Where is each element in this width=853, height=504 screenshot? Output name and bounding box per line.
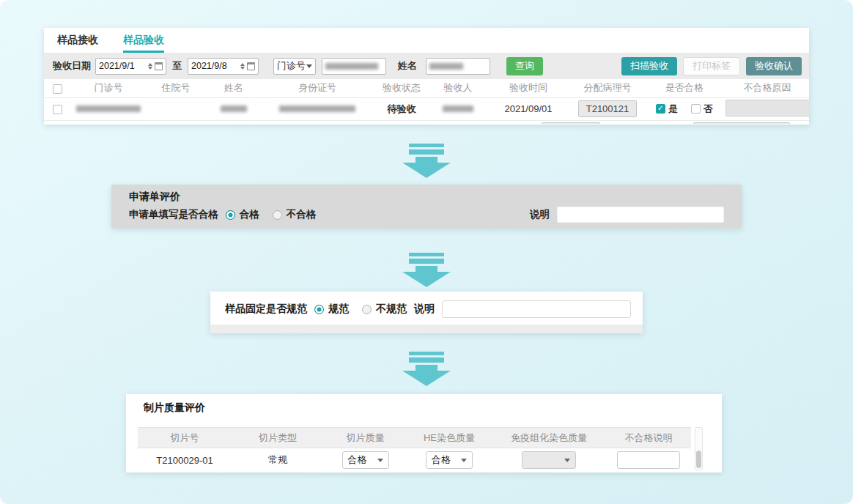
ihc-stain-quality-select	[522, 451, 576, 469]
note-label: 说明	[414, 303, 435, 316]
acceptance-table: 门诊号 住院号 姓名 身份证号 验收状态 验收人 验收时间 分配病理号 是否合格…	[44, 79, 809, 120]
unqualified-note-input[interactable]	[617, 451, 680, 469]
sample-fixation-panel: 样品固定是否规范 规范 不规范 说明	[210, 292, 643, 333]
redacted-value	[429, 63, 463, 70]
fail-radio-label[interactable]: 不合格	[287, 208, 317, 221]
filter-bar: 验收日期 2021/9/1 至 2021/9/8 门诊号	[44, 53, 809, 79]
accept-time: 2021/09/01	[485, 97, 572, 120]
col-header: 门诊号	[70, 79, 147, 97]
table-row[interactable]: 待验收 2021/09/01 T2100121 是 否	[44, 97, 809, 120]
standard-radio-label[interactable]: 规范	[328, 303, 349, 316]
date-spinner-icon[interactable]	[240, 63, 245, 70]
date-to-label: 至	[172, 59, 182, 73]
col-header: 验收人	[431, 79, 485, 97]
flow-arrow-down-icon	[402, 352, 451, 386]
row-checkbox[interactable]	[53, 105, 62, 114]
redacted-value	[325, 63, 378, 70]
standard-radio[interactable]	[314, 305, 324, 314]
accept-status: 待验收	[372, 97, 431, 120]
qualified-yes-label: 是	[668, 103, 678, 116]
question-label: 样品固定是否规范	[225, 303, 307, 316]
date-spinner-icon[interactable]	[148, 63, 152, 70]
col-header: 是否合格	[643, 79, 725, 97]
name-input[interactable]	[426, 58, 490, 75]
scrollbar-thumb[interactable]	[696, 451, 701, 468]
col-header: HE染色质量	[407, 428, 492, 448]
redacted-value	[221, 105, 247, 112]
slide-quality-table: 切片号 切片类型 切片质量 HE染色质量 免疫组化染色质量 不合格说明 T210…	[138, 427, 691, 472]
tab-sample-receive[interactable]: 样品接收	[57, 28, 98, 53]
redacted-value	[279, 105, 355, 112]
flow-arrow-down-icon	[402, 144, 451, 178]
flow-arrow-down-icon	[402, 253, 451, 287]
col-header: 住院号	[147, 79, 205, 97]
slice-type: 常规	[232, 448, 324, 472]
qualified-no-label: 否	[704, 103, 713, 116]
unqualified-reason-input	[725, 100, 809, 116]
panel-footer-strip	[210, 325, 643, 333]
qualified-no-checkbox[interactable]	[691, 104, 701, 114]
print-label-button[interactable]: 打印标签	[683, 57, 740, 75]
col-header: 分配病理号	[572, 79, 643, 97]
query-button[interactable]: 查询	[506, 57, 543, 75]
scan-accept-button[interactable]: 扫描验收	[621, 57, 677, 75]
date-from-value: 2021/9/1	[99, 61, 135, 71]
col-header: 切片质量	[324, 428, 407, 448]
clipped-next-row	[44, 120, 809, 124]
col-header: 切片类型	[232, 428, 324, 448]
calendar-icon[interactable]	[155, 62, 163, 70]
table-header-row: 切片号 切片类型 切片质量 HE染色质量 免疫组化染色质量 不合格说明	[138, 428, 691, 448]
search-type-value: 门诊号	[277, 59, 306, 73]
question-label: 申请单填写是否合格	[129, 208, 218, 221]
pass-radio-label[interactable]: 合格	[240, 208, 259, 221]
redacted-value	[76, 105, 141, 112]
panel-title: 申请单评价	[129, 190, 724, 204]
chevron-down-icon	[377, 459, 383, 462]
chevron-down-icon	[564, 459, 570, 462]
date-to-input[interactable]: 2021/9/8	[188, 58, 259, 75]
he-stain-quality-value: 合格	[432, 453, 451, 467]
visit-no-input[interactable]	[322, 58, 386, 75]
slice-quality-select[interactable]: 合格	[342, 451, 389, 469]
col-header: 切片号	[138, 428, 232, 448]
slice-no: T2100029-01	[138, 448, 232, 472]
note-input[interactable]	[442, 300, 631, 318]
date-to-value: 2021/9/8	[191, 61, 227, 71]
col-header: 验收状态	[372, 79, 431, 97]
col-header: 不合格原因	[725, 79, 809, 97]
sample-acceptance-panel: 样品接收 样品验收 验收日期 2021/9/1 至 2021/9/8	[44, 28, 809, 125]
page-background: 样品接收 样品验收 验收日期 2021/9/1 至 2021/9/8	[0, 0, 853, 504]
pass-radio[interactable]	[226, 210, 235, 220]
note-input[interactable]	[557, 207, 724, 223]
tab-sample-accept[interactable]: 样品验收	[123, 28, 164, 53]
date-from-input[interactable]: 2021/9/1	[95, 58, 166, 75]
col-header: 姓名	[205, 79, 262, 97]
application-form-evaluation-panel: 申请单评价 申请单填写是否合格 合格 不合格 说明	[111, 185, 742, 229]
chevron-down-icon	[306, 64, 312, 68]
col-header: 验收时间	[485, 79, 572, 97]
note-label: 说明	[530, 208, 550, 221]
he-stain-quality-select[interactable]: 合格	[426, 451, 473, 469]
nonstandard-radio-label[interactable]: 不规范	[376, 303, 407, 316]
panel-title: 制片质量评价	[126, 394, 722, 415]
search-type-select[interactable]: 门诊号	[273, 58, 316, 75]
nonstandard-radio[interactable]	[362, 305, 372, 314]
slice-quality-value: 合格	[348, 453, 367, 467]
table-header-row: 门诊号 住院号 姓名 身份证号 验收状态 验收人 验收时间 分配病理号 是否合格…	[44, 79, 809, 97]
redacted-value	[443, 105, 473, 112]
table-scrollbar[interactable]	[695, 427, 703, 470]
table-row: T2100029-01 常规 合格 合格	[138, 448, 691, 472]
select-all-checkbox[interactable]	[53, 84, 62, 94]
accept-confirm-button[interactable]: 验收确认	[746, 57, 802, 75]
accept-date-label: 验收日期	[53, 59, 91, 73]
name-label: 姓名	[398, 59, 417, 73]
col-header: 免疫组化染色质量	[492, 428, 606, 448]
fail-radio[interactable]	[273, 210, 282, 220]
col-header: 身份证号	[262, 79, 372, 97]
qualified-yes-checkbox[interactable]	[656, 104, 665, 114]
slide-quality-evaluation-panel: 制片质量评价 切片号 切片类型 切片质量 HE染色质量 免疫组化染色质量 不合格…	[126, 394, 722, 472]
calendar-icon[interactable]	[247, 62, 255, 70]
pathology-no-input[interactable]: T2100121	[578, 100, 637, 117]
tab-bar: 样品接收 样品验收	[44, 28, 809, 53]
chevron-down-icon	[461, 459, 467, 462]
